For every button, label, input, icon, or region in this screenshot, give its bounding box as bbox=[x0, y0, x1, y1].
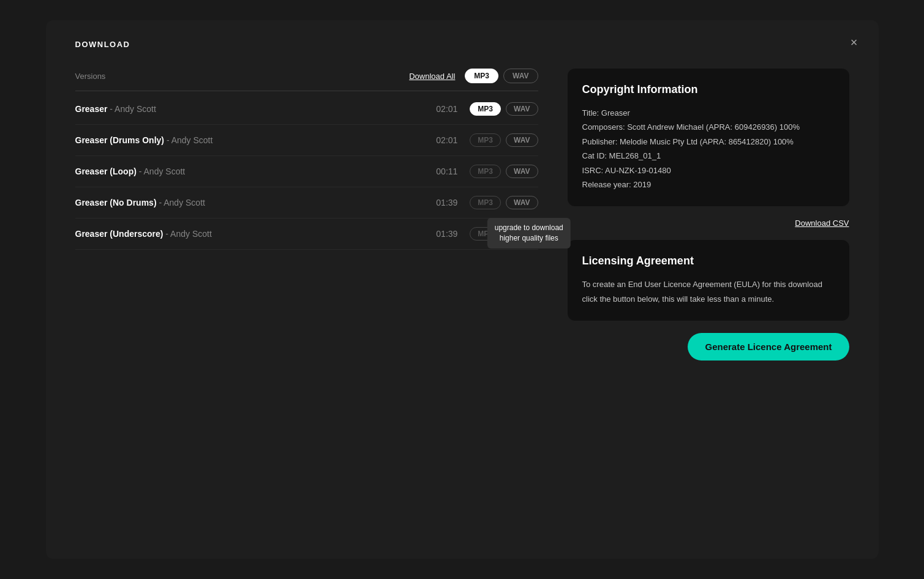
licensing-card: Licensing Agreement To create an End Use… bbox=[568, 240, 849, 321]
copyright-field: Title: Greaser bbox=[582, 106, 835, 120]
download-all-button[interactable]: Download All bbox=[409, 72, 455, 81]
table-row: Greaser (Loop) - Andy Scott00:11MP3WAV bbox=[75, 156, 538, 187]
versions-header: Versions Download All MP3 WAV bbox=[75, 69, 538, 91]
header-wav-button[interactable]: WAV bbox=[503, 69, 538, 83]
track-wav-button[interactable]: WAV bbox=[506, 227, 538, 241]
licensing-title: Licensing Agreement bbox=[582, 255, 835, 267]
track-artist: - Andy Scott bbox=[107, 104, 156, 114]
track-artist: - Andy Scott bbox=[157, 198, 205, 207]
versions-label: Versions bbox=[75, 72, 161, 81]
track-wav-button[interactable]: WAV bbox=[506, 133, 538, 147]
copyright-field: Release year: 2019 bbox=[582, 177, 835, 192]
track-info: Greaser (Underscore) - Andy Scott bbox=[75, 228, 427, 239]
download-csv-button[interactable]: Download CSV bbox=[795, 219, 849, 228]
copyright-title: Copyright Information bbox=[582, 83, 835, 96]
modal-title: DOWNLOAD bbox=[75, 40, 849, 49]
copyright-body: Title: GreaserComposers: Scott Andrew Mi… bbox=[582, 106, 835, 192]
track-mp3-button[interactable]: MP3 bbox=[470, 196, 501, 209]
track-wav-button[interactable]: WAV bbox=[506, 196, 538, 209]
track-artist: - Andy Scott bbox=[163, 229, 211, 239]
copyright-field: Publisher: Melodie Music Pty Ltd (APRA: … bbox=[582, 135, 835, 149]
track-duration: 01:39 bbox=[427, 198, 457, 207]
track-mp3-button[interactable]: MP3 bbox=[470, 165, 501, 178]
track-mp3-button[interactable]: MP3 bbox=[470, 133, 501, 147]
track-name: Greaser bbox=[75, 104, 108, 114]
track-artist: - Andy Scott bbox=[137, 166, 185, 176]
track-format-buttons: MP3WAV bbox=[470, 133, 538, 147]
track-name: Greaser (No Drums) bbox=[75, 198, 157, 207]
header-mp3-button[interactable]: MP3 bbox=[465, 69, 498, 83]
copyright-field: ISRC: AU-NZK-19-01480 bbox=[582, 163, 835, 177]
track-duration: 02:01 bbox=[427, 104, 457, 114]
table-row: Greaser (Underscore) - Andy Scott01:39MP… bbox=[75, 219, 538, 250]
track-duration: 02:01 bbox=[427, 135, 457, 145]
track-list: Greaser - Andy Scott02:01MP3WAVGreaser (… bbox=[75, 94, 538, 250]
track-name: Greaser (Drums Only) bbox=[75, 135, 165, 145]
track-name: Greaser (Loop) bbox=[75, 166, 137, 176]
modal: × DOWNLOAD Versions Download All MP3 WAV… bbox=[46, 20, 879, 559]
generate-licence-button[interactable]: Generate Licence Agreement bbox=[688, 333, 849, 360]
track-name: Greaser (Underscore) bbox=[75, 229, 163, 239]
track-duration: 00:11 bbox=[427, 166, 457, 176]
close-button[interactable]: × bbox=[844, 32, 864, 52]
table-row: Greaser (No Drums) - Andy Scott01:39MP3W… bbox=[75, 187, 538, 219]
track-info: Greaser - Andy Scott bbox=[75, 103, 427, 114]
track-format-buttons: MP3WAVupgrade to downloadhigher quality … bbox=[470, 196, 538, 209]
track-format-buttons: MP3WAV bbox=[470, 102, 538, 116]
licensing-body: To create an End User Licence Agreement … bbox=[582, 277, 835, 306]
track-wav-button[interactable]: WAV bbox=[506, 165, 538, 178]
track-info: Greaser (Loop) - Andy Scott bbox=[75, 166, 427, 177]
copyright-card: Copyright Information Title: GreaserComp… bbox=[568, 69, 849, 206]
copyright-field: Composers: Scott Andrew Michael (APRA: 6… bbox=[582, 120, 835, 134]
track-mp3-button[interactable]: MP3 bbox=[470, 102, 501, 116]
track-mp3-button[interactable]: MP3 bbox=[470, 227, 501, 241]
track-format-buttons: MP3WAV bbox=[470, 165, 538, 178]
download-csv-row: Download CSV bbox=[568, 219, 849, 228]
table-row: Greaser - Andy Scott02:01MP3WAV bbox=[75, 94, 538, 125]
table-row: Greaser (Drums Only) - Andy Scott02:01MP… bbox=[75, 125, 538, 156]
header-format-buttons: MP3 WAV bbox=[465, 69, 538, 83]
track-info: Greaser (Drums Only) - Andy Scott bbox=[75, 135, 427, 146]
track-wav-button[interactable]: WAV bbox=[506, 102, 538, 116]
track-artist: - Andy Scott bbox=[164, 135, 212, 145]
copyright-field: Cat ID: MEL268_01_1 bbox=[582, 149, 835, 163]
track-format-buttons: MP3WAV bbox=[470, 227, 538, 241]
left-panel: Versions Download All MP3 WAV Greaser - … bbox=[75, 69, 538, 360]
track-duration: 01:39 bbox=[427, 229, 457, 239]
track-info: Greaser (No Drums) - Andy Scott bbox=[75, 197, 427, 208]
modal-body: Versions Download All MP3 WAV Greaser - … bbox=[75, 69, 849, 360]
right-panel: Copyright Information Title: GreaserComp… bbox=[568, 69, 849, 360]
